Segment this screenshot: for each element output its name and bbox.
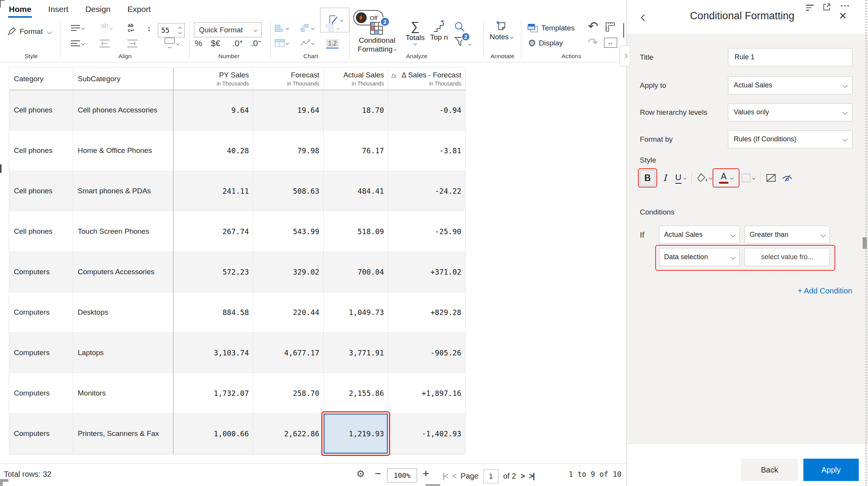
cell-subcategory[interactable]: Home & Office Phones [73,131,174,171]
add-condition-link[interactable]: + Add Condition [798,287,852,295]
display-button[interactable]: ⚙ Display [528,39,563,48]
cell-forecast[interactable]: 4,677.17 [253,333,324,373]
condition-measure-dropdown[interactable]: Actual Sales [659,226,740,244]
clear-formatting-button[interactable] [766,174,776,182]
last-page-button[interactable]: >| [529,472,534,481]
cell-forecast[interactable]: 258.70 [253,373,324,414]
cell-category[interactable]: Cell phones [9,90,73,131]
cell-category[interactable]: Computers [9,252,73,292]
rule-title-input-field[interactable] [734,53,847,62]
selected-cell-actual-sales[interactable]: 1,219.93 [324,414,388,454]
text-overflow-button-disabled[interactable]: ab → [101,22,112,34]
font-color-button[interactable]: A [714,170,738,186]
vertical-align-button[interactable] [70,25,84,32]
more-options-icon[interactable]: ••• [841,2,850,9]
back-button[interactable]: Back [741,459,798,481]
cell-actual-sales[interactable]: 18.70 [324,90,388,131]
cell-subcategory[interactable]: Desktops [73,292,174,333]
cell-delta[interactable]: +1,897.16 [388,373,465,414]
vertical-scrollbar-thumb[interactable] [863,237,867,249]
conditional-formatting-button[interactable]: 2 Conditional Formatting [353,20,401,54]
cell-forecast[interactable]: 19.64 [253,90,324,131]
cell-subcategory[interactable]: Printers, Scanners & Fax [73,414,174,454]
underline-button[interactable]: U [675,173,686,184]
cell-category[interactable]: Cell phones [9,211,73,252]
cell-py-sales[interactable]: 572.23 [174,252,253,292]
cell-subcategory[interactable]: Laptops [73,333,174,373]
cell-delta[interactable]: +371.02 [388,252,465,292]
rule-title-input[interactable] [728,48,853,66]
cell-forecast[interactable]: 220.44 [253,292,324,333]
outdent-button-disabled[interactable] [99,39,110,48]
cell-category[interactable]: Computers [9,292,73,333]
cell-forecast[interactable]: 329.02 [253,252,324,292]
cell-actual-sales[interactable]: 76.17 [324,131,388,171]
cell-delta[interactable]: +829.28 [388,292,465,333]
currency-format-button[interactable]: $€ [211,39,220,49]
wrap-text-button[interactable]: ab c↵ [128,23,134,33]
apply-button[interactable]: Apply [803,459,859,481]
cell-actual-sales[interactable]: 484.41 [324,171,388,211]
zoom-out-button[interactable]: − [375,468,381,480]
cell-subcategory[interactable]: Computers Accessories [73,252,174,292]
cell-py-sales[interactable]: 267.74 [174,211,253,252]
cell-py-sales[interactable]: 40.28 [174,131,253,171]
tab-home[interactable]: Home [9,5,31,16]
tab-design[interactable]: Design [85,5,110,16]
fill-color-button[interactable] [697,173,712,183]
cell-actual-sales[interactable]: 700.04 [324,252,388,292]
cell-subcategory[interactable]: Monitors [73,373,174,414]
cell-category[interactable]: Computers [9,333,73,373]
hide-value-button[interactable] [781,173,794,183]
cell-category[interactable]: Cell phones [9,131,73,171]
cell-delta[interactable]: -24.22 [388,171,465,211]
next-page-button[interactable]: > [521,472,524,481]
notes-button[interactable]: Notes [488,20,515,41]
panel-back-button[interactable] [639,13,648,24]
cell-subcategory[interactable]: Smart phones & PDAs [73,171,174,211]
cell-delta[interactable]: -0.94 [388,90,465,131]
tab-insert[interactable]: Insert [48,5,68,16]
cell-forecast[interactable]: 543.99 [253,211,324,252]
cell-forecast[interactable]: 2,622.86 [253,414,324,454]
fit-width-button[interactable]: ↔ [604,38,617,48]
cell-forecast[interactable]: 79.98 [253,131,324,171]
cell-py-sales[interactable]: 9.64 [174,90,253,131]
format-button[interactable]: Format [7,24,51,39]
tab-export[interactable]: Export [127,5,151,16]
cell-category[interactable]: Computers [9,373,73,414]
indent-button-disabled[interactable] [127,39,138,48]
ruler-button[interactable] [605,22,616,32]
cell-actual-sales[interactable]: 3,771.91 [324,333,388,373]
cell-delta[interactable]: -25.90 [388,211,465,252]
totals-button[interactable]: ∑ Totals [403,19,427,45]
page-number-input[interactable]: 1 [483,469,499,483]
cell-delta[interactable]: -3.81 [388,131,465,171]
layout-chart-button-disabled[interactable] [326,24,339,32]
row-hierarchy-dropdown[interactable]: Values only [728,103,853,121]
quick-format-dropdown[interactable]: Quick Format [194,22,262,37]
zoom-in-button[interactable]: + [422,467,429,480]
cell-delta[interactable]: -905.26 [388,333,465,373]
percent-format-button[interactable]: % [195,39,202,49]
condition-operator-dropdown[interactable]: Greater than [744,226,830,244]
line-chart-button[interactable] [300,39,314,47]
search-button[interactable] [453,21,466,33]
cell-subcategory[interactable]: Touch Screen Phones [73,211,174,252]
border-style-button[interactable] [742,174,755,182]
previous-page-button[interactable]: < [452,472,456,481]
cell-category[interactable]: Computers [9,414,73,454]
horizontal-scrollbar-thumb[interactable] [426,484,440,486]
bold-button[interactable]: B [640,170,655,186]
cell-py-sales[interactable]: 3,103.74 [174,333,253,373]
expand-panel-button[interactable] [619,45,630,66]
filter-button[interactable]: 2 [454,36,471,48]
cell-py-sales[interactable]: 1,000.66 [174,414,253,454]
cell-actual-sales[interactable]: 1,049.73 [324,292,388,333]
close-icon[interactable]: × [839,9,846,22]
format-by-dropdown[interactable]: Rules (If Conditions) [728,130,853,148]
zoom-level-input[interactable]: 100% [387,468,417,483]
cell-py-sales[interactable]: 241.11 [174,171,253,211]
remove-decimal-button[interactable]: .0− [251,39,261,49]
decimals-button[interactable]: 1.2 [326,39,339,49]
